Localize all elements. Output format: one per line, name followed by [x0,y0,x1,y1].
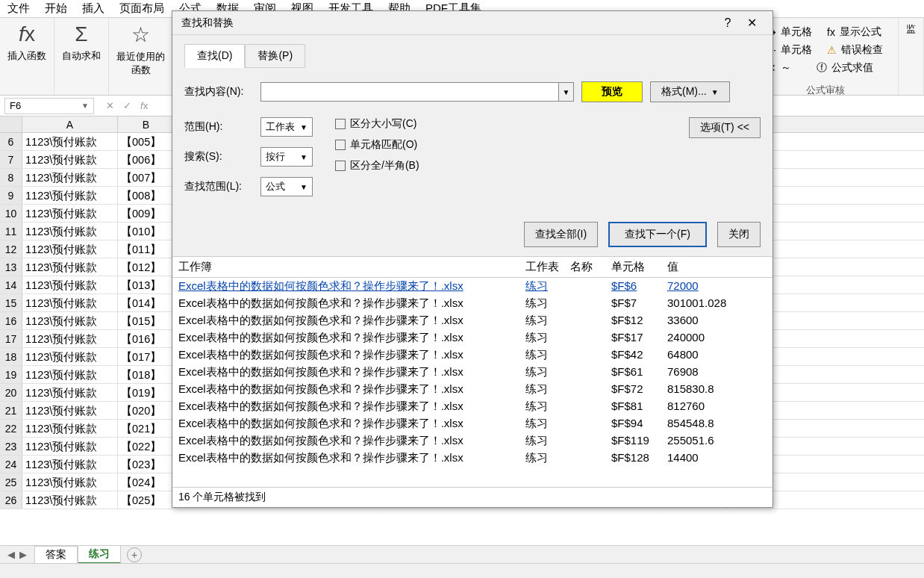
cancel-icon[interactable]: ✕ [106,100,114,111]
cell[interactable]: 【023】 [118,456,175,473]
row-head[interactable]: 9 [0,187,22,204]
results-col-name[interactable]: 名称 [570,260,611,274]
cell[interactable]: 1123\预付账款 [22,456,118,473]
cell[interactable]: 1123\预付账款 [22,294,118,311]
find-content-field[interactable] [261,83,558,101]
sheet-nav-prev[interactable]: ▶ [19,549,27,560]
cell[interactable]: 【016】 [118,330,175,347]
result-row[interactable]: Excel表格中的数据如何按颜色求和？操作步骤来了！.xlsx练习$F$7301… [172,295,772,312]
lookin-select[interactable]: 公式▼ [260,177,313,196]
cell[interactable]: 【013】 [118,276,175,293]
insert-function-button[interactable]: fx 插入函数 [7,22,46,63]
result-row[interactable]: Excel表格中的数据如何按颜色求和？操作步骤来了！.xlsx练习$F$1724… [172,329,772,347]
results-list[interactable]: Excel表格中的数据如何按颜色求和？操作步骤来了！.xlsx练习$F$6720… [172,278,772,487]
col-head-a[interactable]: A [22,116,118,132]
row-head[interactable]: 15 [0,294,22,311]
row-head[interactable]: 26 [0,491,22,509]
add-sheet-button[interactable]: + [127,547,142,562]
cell[interactable]: 【021】 [118,420,175,437]
accept-icon[interactable]: ✓ [123,100,131,111]
cell[interactable]: 1123\预付账款 [22,240,118,258]
match-width-checkbox[interactable]: 区分全/半角(B) [335,159,419,173]
row-head[interactable]: 16 [0,312,22,329]
trace-cells-item-2[interactable]: ⇠ 单元格 ⚠ 错误检查 [767,43,883,57]
cell[interactable]: 1123\预付账款 [22,420,118,437]
cell[interactable]: 1123\预付账款 [22,223,118,240]
menu-layout[interactable]: 页面布局 [119,1,164,16]
cell[interactable]: 1123\预付账款 [22,366,118,383]
recent-functions-button[interactable]: ☆ 最近使用的 函数 [116,22,165,77]
row-head[interactable]: 25 [0,473,22,491]
chevron-down-icon[interactable]: ▼ [81,102,89,110]
col-head-b[interactable]: B [118,116,175,132]
row-head[interactable]: 19 [0,366,22,383]
cell[interactable]: 1123\预付账款 [22,187,118,204]
results-col-workbook[interactable]: 工作簿 [178,260,525,274]
row-head[interactable]: 7 [0,151,22,168]
cell[interactable]: 【005】 [118,133,175,150]
cell[interactable]: 【006】 [118,151,175,168]
row-head[interactable]: 21 [0,402,22,419]
close-button[interactable]: 关闭 [717,222,761,247]
results-col-cell[interactable]: 单元格 [611,260,667,274]
search-select[interactable]: 按行▼ [260,147,313,167]
cell[interactable]: 1123\预付账款 [22,473,118,491]
cell[interactable]: 1123\预付账款 [22,276,118,293]
find-next-button[interactable]: 查找下一个(F) [608,222,707,247]
dialog-close-x[interactable]: ✕ [740,16,764,30]
result-row[interactable]: Excel表格中的数据如何按颜色求和？操作步骤来了！.xlsx练习$F$1192… [172,432,772,450]
result-row[interactable]: Excel表格中的数据如何按颜色求和？操作步骤来了！.xlsx练习$F$1233… [172,312,772,329]
cell[interactable]: 1123\预付账款 [22,169,118,186]
match-whole-checkbox[interactable]: 单元格匹配(O) [335,138,419,152]
menu-home[interactable]: 开始 [45,1,67,16]
cell[interactable]: 【010】 [118,223,175,240]
match-case-checkbox[interactable]: 区分大小写(C) [335,117,419,131]
results-col-value[interactable]: 值 [667,260,742,274]
sheet-nav-first[interactable]: ◀ [7,549,15,560]
menu-insert[interactable]: 插入 [82,1,104,16]
row-head[interactable]: 12 [0,240,22,258]
result-row[interactable]: Excel表格中的数据如何按颜色求和？操作步骤来了！.xlsx练习$F$9485… [172,415,772,432]
cell[interactable]: 【022】 [118,438,175,455]
cell[interactable]: 【008】 [118,187,175,204]
sheet-tab-practice[interactable]: 练习 [78,545,121,564]
row-head[interactable]: 24 [0,456,22,473]
sheet-tab-answers[interactable]: 答案 [34,546,78,564]
result-row[interactable]: Excel表格中的数据如何按颜色求和？操作步骤来了！.xlsx练习$F$6720… [172,278,772,295]
cell[interactable]: 1123\预付账款 [22,312,118,329]
tab-find[interactable]: 查找(D) [184,44,245,68]
cell[interactable]: 【015】 [118,312,175,329]
row-head[interactable]: 18 [0,348,22,365]
cell[interactable]: 1123\预付账款 [22,402,118,419]
row-head[interactable]: 11 [0,223,22,240]
cell[interactable]: 【009】 [118,205,175,222]
dialog-titlebar[interactable]: 查找和替换 ? ✕ [172,11,772,35]
cell[interactable]: 1123\预付账款 [22,151,118,168]
menu-file[interactable]: 文件 [7,1,30,16]
autosum-button[interactable]: Σ 自动求和 [62,22,101,63]
row-head[interactable]: 13 [0,258,22,276]
options-toggle-button[interactable]: 选项(T) << [689,117,761,138]
row-head[interactable]: 20 [0,384,22,401]
cell[interactable]: 1123\预付账款 [22,205,118,222]
result-row[interactable]: Excel表格中的数据如何按颜色求和？操作步骤来了！.xlsx练习$F$1281… [172,450,772,467]
result-row[interactable]: Excel表格中的数据如何按颜色求和？操作步骤来了！.xlsx练习$F$4264… [172,347,772,364]
row-head[interactable]: 14 [0,276,22,293]
row-head[interactable]: 6 [0,133,22,150]
cell[interactable]: 【024】 [118,473,175,491]
find-all-button[interactable]: 查找全部(I) [524,222,598,247]
preview-button[interactable]: 预览 [581,81,643,102]
find-content-input[interactable]: ▼ [260,82,574,102]
cell[interactable]: 1123\预付账款 [22,330,118,347]
row-head[interactable]: 22 [0,420,22,437]
result-row[interactable]: Excel表格中的数据如何按颜色求和？操作步骤来了！.xlsx练习$F$6176… [172,364,772,381]
format-button[interactable]: 格式(M)...▼ [650,81,730,102]
watch-button[interactable]: 监 [906,22,916,36]
cell[interactable]: 1123\预付账款 [22,348,118,365]
cell[interactable]: 【019】 [118,384,175,401]
scope-select[interactable]: 工作表▼ [260,117,313,137]
result-row[interactable]: Excel表格中的数据如何按颜色求和？操作步骤来了！.xlsx练习$F$8181… [172,398,772,415]
tab-replace[interactable]: 替换(P) [245,44,305,68]
cell[interactable]: 【017】 [118,348,175,365]
cell[interactable]: 【012】 [118,258,175,276]
